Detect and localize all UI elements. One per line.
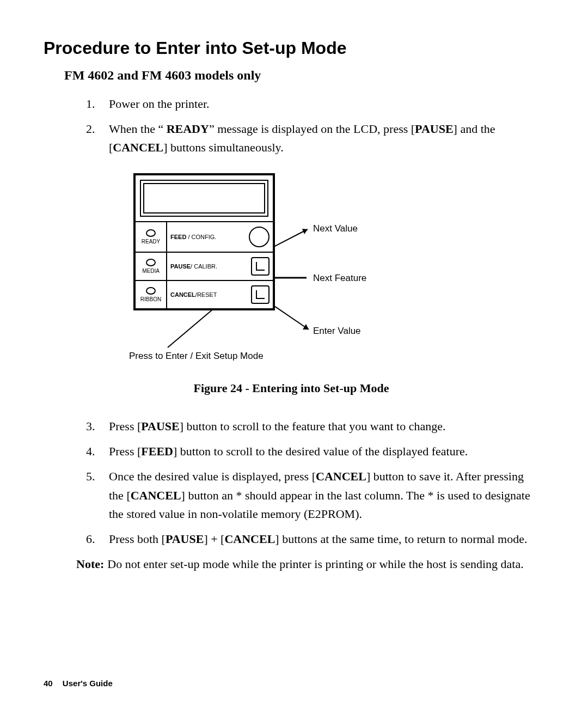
list-item: 1. Power on the printer. <box>86 95 539 113</box>
lcd-screen <box>143 183 265 213</box>
item-number: 6. <box>86 530 109 548</box>
item-number: 1. <box>86 95 109 113</box>
callout-next-feature: Next Feature <box>313 273 366 284</box>
page: Procedure to Enter into Set-up Mode FM 4… <box>0 0 588 714</box>
page-title: Procedure to Enter into Set-up Mode <box>44 38 539 58</box>
item-number: 2. <box>86 120 109 157</box>
callout-next-value: Next Value <box>313 223 358 234</box>
led-icon <box>146 259 156 266</box>
list-item: 5. Once the desired value is displayed, … <box>86 467 539 523</box>
lcd-frame <box>140 180 268 217</box>
list-item: 4. Press [FEED] button to scroll to the … <box>86 442 539 461</box>
button-cell-cancel: CANCEL/RESET <box>167 281 273 308</box>
control-panel-diagram: READY FEED / CONFIG. MEDIA PAUSE/ CALIBR… <box>112 173 471 369</box>
item-number: 4. <box>86 442 109 461</box>
svg-marker-4 <box>303 324 309 329</box>
item-body: Power on the printer. <box>109 95 539 113</box>
led-icon <box>146 229 156 237</box>
panel-row-pause: MEDIA PAUSE/ CALIBR. <box>136 252 273 280</box>
button-label: CANCEL/RESET <box>170 291 217 298</box>
item-body: Press both [PAUSE] + [CANCEL] buttons at… <box>109 530 539 548</box>
list-item: 6. Press both [PAUSE] + [CANCEL] buttons… <box>86 530 539 548</box>
page-footer: 40 User's Guide <box>44 679 113 688</box>
item-number: 5. <box>86 467 109 523</box>
list-item: 3. Press [PAUSE] button to scroll to the… <box>86 417 539 436</box>
button-label: FEED / CONFIG. <box>170 234 216 240</box>
ordered-list-bottom: 3. Press [PAUSE] button to scroll to the… <box>86 417 539 548</box>
svg-line-3 <box>271 304 309 329</box>
cancel-button-icon <box>251 285 270 304</box>
led-icon <box>146 287 156 295</box>
ordered-list-top: 1. Power on the printer. 2. When the “ R… <box>86 95 539 157</box>
button-cell-feed: FEED / CONFIG. <box>167 222 273 252</box>
printer-panel: READY FEED / CONFIG. MEDIA PAUSE/ CALIBR… <box>133 173 275 310</box>
item-body: When the “ READY” message is displayed o… <box>109 120 539 157</box>
note: Note: Do not enter set-up mode while the… <box>76 555 539 573</box>
button-cell-pause: PAUSE/ CALIBR. <box>167 253 273 280</box>
figure-caption: Figure 24 - Entering into Set-up Mode <box>44 381 539 395</box>
led-media: MEDIA <box>136 253 167 280</box>
feed-button-icon <box>249 227 270 247</box>
item-body: Once the desired value is displayed, pre… <box>109 467 539 523</box>
item-body: Press [FEED] button to scroll to the des… <box>109 442 539 461</box>
led-ribbon: RIBBON <box>136 281 167 308</box>
panel-row-cancel: RIBBON CANCEL/RESET <box>136 280 273 308</box>
pause-button-icon <box>251 257 270 276</box>
callout-press-enter-exit: Press to Enter / Exit Setup Mode <box>129 351 264 362</box>
item-number: 3. <box>86 417 109 436</box>
doc-title: User's Guide <box>63 679 113 688</box>
page-number: 40 <box>44 679 53 688</box>
section-subtitle: FM 4602 and FM 4603 models only <box>64 68 539 83</box>
list-item: 2. When the “ READY” message is displaye… <box>86 120 539 157</box>
panel-row-feed: READY FEED / CONFIG. <box>136 221 273 252</box>
item-body: Press [PAUSE] button to scroll to the fe… <box>109 417 539 436</box>
led-ready: READY <box>136 222 167 252</box>
note-body: Do not enter set-up mode while the print… <box>107 555 523 573</box>
note-label: Note: <box>76 555 104 573</box>
button-label: PAUSE/ CALIBR. <box>170 263 217 270</box>
figure: READY FEED / CONFIG. MEDIA PAUSE/ CALIBR… <box>44 173 539 369</box>
callout-enter-value: Enter Value <box>313 326 361 337</box>
